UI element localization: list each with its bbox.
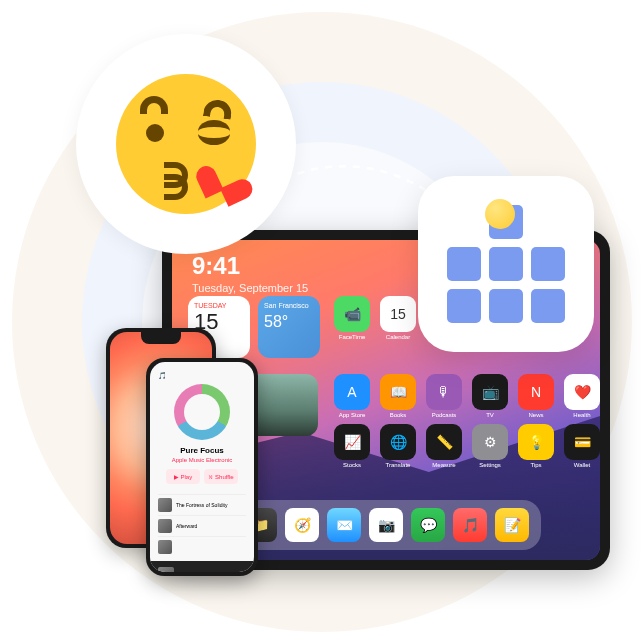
app-tips[interactable]: 💡Tips [518, 424, 554, 460]
ipad-time: 9:41 [192, 252, 308, 280]
app-tv[interactable]: 📺TV [472, 374, 508, 410]
app-wallet[interactable]: 💳Wallet [564, 424, 600, 460]
ipad-apps-row4: 📈Stocks🌐Translate📏Measure⚙Settings💡Tips💳… [334, 424, 600, 460]
track-row[interactable]: Afterward [158, 515, 246, 536]
app-label: Tips [530, 462, 541, 468]
iphone-notch [141, 332, 181, 344]
playlist-subtitle: Apple Music Electronic [158, 457, 246, 463]
app-calendar[interactable]: 15Calendar [380, 296, 416, 332]
app-label: TV [486, 412, 494, 418]
app-measure[interactable]: 📏Measure [426, 424, 462, 460]
ipad-dock: 📁🧭✉️📷💬🎵📝 [231, 500, 541, 550]
app-label: Translate [386, 462, 411, 468]
music-header: 🎵 Pure Focus Apple Music Electronic ▶ Pl… [150, 362, 254, 490]
ipad-apps-row3: AApp Store📖Books🎙Podcasts📺TVNNews❤️Healt… [334, 374, 600, 410]
dock-app[interactable]: 📷 [369, 508, 403, 542]
app-news[interactable]: NNews [518, 374, 554, 410]
emoji-bubble [76, 34, 296, 254]
shuffle-button[interactable]: ⤭ Shuffle [204, 469, 238, 484]
app-podcasts[interactable]: 🎙Podcasts [426, 374, 462, 410]
now-playing-bar[interactable]: ▶ ▶▶ [150, 561, 254, 572]
app-settings[interactable]: ⚙Settings [472, 424, 508, 460]
dock-app[interactable]: ✉️ [327, 508, 361, 542]
track-list: The Fortress of SolidityAfterward [150, 490, 254, 561]
ipad-status: 9:41 Tuesday, September 15 [192, 252, 308, 294]
play-button[interactable]: ▶ Play [166, 469, 200, 484]
app-label: Measure [432, 462, 455, 468]
app-card [418, 176, 594, 352]
track-row[interactable] [158, 536, 246, 557]
ipad-date: Tuesday, September 15 [192, 282, 308, 294]
app-label: Stocks [343, 462, 361, 468]
app-label: News [528, 412, 543, 418]
app-facetime[interactable]: 📹FaceTime [334, 296, 370, 332]
app-stocks[interactable]: 📈Stocks [334, 424, 370, 460]
app-label: Podcasts [432, 412, 457, 418]
track-row[interactable]: The Fortress of Solidity [158, 494, 246, 515]
cal-day: TUESDAY [194, 302, 244, 309]
app-label: Settings [479, 462, 501, 468]
app-label: Calendar [386, 334, 410, 340]
app-label: Books [390, 412, 407, 418]
app-label: Health [573, 412, 590, 418]
app-label: FaceTime [339, 334, 365, 340]
playlist-title: Pure Focus [158, 446, 246, 455]
app-label: App Store [339, 412, 366, 418]
app-label: Wallet [574, 462, 590, 468]
kiss-emoji-icon [116, 74, 256, 214]
weather-temp: 58° [264, 313, 314, 331]
app-translate[interactable]: 🌐Translate [380, 424, 416, 460]
app-grid-icon [447, 205, 565, 323]
app-health[interactable]: ❤️Health [564, 374, 600, 410]
dock-app[interactable]: 🎵 [453, 508, 487, 542]
app-ball-icon [485, 199, 515, 229]
iphone-music-screen: 🎵 Pure Focus Apple Music Electronic ▶ Pl… [150, 362, 254, 572]
playlist-art [174, 384, 230, 440]
dock-app[interactable]: 📝 [495, 508, 529, 542]
weather-widget[interactable]: San Francisco 58° [258, 296, 320, 358]
dock-app[interactable]: 🧭 [285, 508, 319, 542]
app-books[interactable]: 📖Books [380, 374, 416, 410]
weather-loc: San Francisco [264, 302, 314, 309]
app-app-store[interactable]: AApp Store [334, 374, 370, 410]
dock-app[interactable]: 💬 [411, 508, 445, 542]
iphone-front-device: 🎵 Pure Focus Apple Music Electronic ▶ Pl… [146, 358, 258, 576]
